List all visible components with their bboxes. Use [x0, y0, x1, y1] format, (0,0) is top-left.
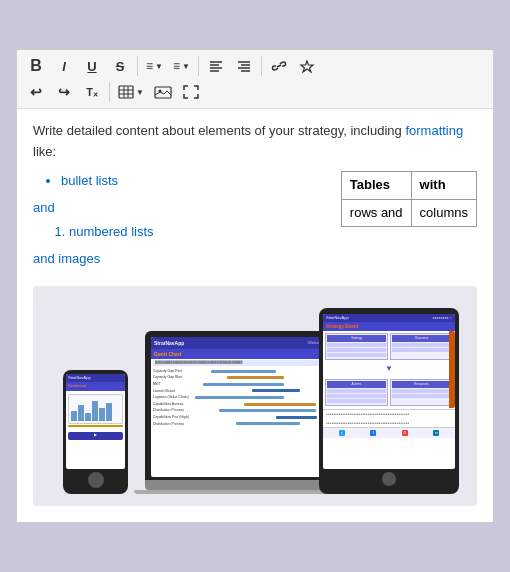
strategy-cell-4: Resources	[390, 379, 453, 406]
editor-container: B I U S ≡ ▼ ≡ ▼	[16, 49, 494, 523]
table-header-1: Tables	[341, 171, 411, 199]
special-icon	[299, 59, 315, 73]
tablet-app-title: Strategy Board	[323, 322, 455, 331]
bullet-list-button[interactable]: ≡ ▼	[142, 54, 167, 78]
strategy-cell-2: Outcomes	[390, 333, 453, 360]
strategy-item-9	[392, 389, 451, 393]
tablet-screen: StratNavApp xxxxxxxx ○ Strategy Board St…	[323, 314, 455, 469]
phone-mockup: StratNavApp Scorecard	[63, 370, 128, 494]
twitter-icon: t	[339, 430, 345, 436]
strategy-grid: Strategy Outcomes	[323, 331, 455, 407]
and-text-1: and	[33, 198, 329, 219]
strategy-cell-header-2: Outcomes	[392, 335, 451, 342]
italic-button[interactable]: I	[51, 54, 77, 78]
numbered-list: numbered lists	[33, 222, 329, 243]
strategy-cell-3: Actions	[325, 379, 388, 406]
toolbar: B I U S ≡ ▼ ≡ ▼	[17, 50, 493, 109]
gantt-bar-1	[211, 370, 276, 373]
bar-6	[106, 403, 112, 421]
bold-button[interactable]: B	[23, 54, 49, 78]
svg-rect-9	[119, 86, 133, 98]
tablet-social-area: t f G in	[323, 427, 455, 438]
align-right-button[interactable]	[231, 54, 257, 78]
strategy-item-6	[327, 389, 386, 393]
toolbar-row-1: B I U S ≡ ▼ ≡ ▼	[23, 54, 487, 78]
image-button[interactable]	[150, 80, 176, 104]
link-button[interactable]	[266, 54, 292, 78]
intro-text: Write detailed content about elements of…	[33, 121, 477, 163]
table-row: rows and columns	[341, 199, 476, 227]
bullet-list: bullet lists	[33, 171, 329, 192]
tablet-home-button	[382, 472, 396, 486]
chart-line	[68, 425, 123, 427]
redo-button[interactable]: ↪	[51, 80, 77, 104]
content-layout: bullet lists and numbered lists and imag…	[33, 171, 477, 270]
bullet-list-icon: ≡	[146, 59, 153, 73]
separator-4	[109, 82, 110, 102]
phone-home-button	[88, 472, 104, 488]
underline-button[interactable]: U	[79, 54, 105, 78]
demo-table: Tables with rows and columns	[341, 171, 477, 228]
gantt-bar-2	[227, 376, 284, 379]
numbered-list-icon: ≡	[173, 59, 180, 73]
align-left-button[interactable]	[203, 54, 229, 78]
gantt-label-8: Capabilities Prio (High)	[153, 415, 193, 421]
phone-app-name: StratNavApp	[68, 375, 91, 380]
bullet-item-1: bullet lists	[61, 171, 329, 192]
right-table-area: Tables with rows and columns	[341, 171, 477, 228]
gantt-bar-5	[195, 396, 284, 399]
table-button[interactable]: ▼	[114, 80, 148, 104]
phone-chart-area	[66, 391, 125, 430]
strikethrough-button[interactable]: S	[107, 54, 133, 78]
laptop-app-name: StratNavApp	[154, 339, 184, 347]
align-left-icon	[209, 60, 223, 72]
phone-app-header: StratNavApp	[66, 374, 125, 382]
bullet-list-arrow: ▼	[155, 62, 163, 71]
numbered-list-button[interactable]: ≡ ▼	[169, 54, 194, 78]
strategy-item-4	[392, 343, 451, 347]
table-cell-1: rows and	[341, 199, 411, 227]
clear-format-button[interactable]: Tₓ	[79, 80, 105, 104]
image-icon	[154, 85, 172, 99]
strategy-cell-header-3: Actions	[327, 381, 386, 388]
tablet-app-name: StratNavApp	[326, 315, 349, 321]
numbered-item-1: numbered lists	[69, 222, 329, 243]
bar-2	[78, 405, 84, 421]
special-button[interactable]	[294, 54, 320, 78]
phone-body: StratNavApp Scorecard	[63, 370, 128, 494]
fullscreen-icon	[182, 84, 200, 100]
bar-4	[92, 401, 98, 421]
strategy-cell-header-1: Strategy	[327, 335, 386, 342]
strategy-item-10	[392, 394, 451, 398]
gantt-label-3: MKT	[153, 382, 193, 388]
table-header-row: Tables with	[341, 171, 476, 199]
gantt-bar-8	[276, 416, 317, 419]
gantt-bar-9	[236, 422, 301, 425]
phone-screen: StratNavApp Scorecard	[66, 374, 125, 469]
strategy-item-1	[327, 343, 386, 347]
gantt-bar-7	[219, 409, 316, 412]
separator-2	[198, 56, 199, 76]
strategy-item-7	[327, 394, 386, 398]
intro-formatting: formatting	[405, 123, 463, 138]
linkedin-icon: in	[433, 430, 439, 436]
strategy-cell-1: Strategy	[325, 333, 388, 360]
timeline-text: ▓▓▓▓▓▓▓▓▓▓▓▓▓▓▓▓▓▓▓▓▓▓▓▓▓▓▓▓▓▓▓▓▓▓▓▓▓▓▓▓	[155, 360, 242, 365]
images-section: StratNavApp Scorecard	[33, 286, 477, 506]
strategy-item-3	[327, 353, 386, 357]
gantt-label-9: Distribution Process	[153, 422, 193, 428]
svg-line-8	[277, 65, 281, 67]
tablet-mockup: StratNavApp xxxxxxxx ○ Strategy Board St…	[319, 308, 459, 494]
tablet-app-header: StratNavApp xxxxxxxx ○	[323, 314, 455, 322]
fullscreen-button[interactable]	[178, 80, 204, 104]
tablet-body: StratNavApp xxxxxxxx ○ Strategy Board St…	[319, 308, 459, 494]
separator-3	[261, 56, 262, 76]
strategy-item-5	[392, 348, 451, 352]
strategy-item-2	[327, 348, 386, 352]
gantt-label-5: Logistics (Value Chain)	[153, 395, 193, 401]
undo-button[interactable]: ↩	[23, 80, 49, 104]
gantt-label-7: Distribution Process	[153, 408, 193, 414]
left-content: bullet lists and numbered lists and imag…	[33, 171, 329, 270]
gantt-bar-6	[244, 403, 317, 406]
phone-app-title: Scorecard	[66, 382, 125, 390]
